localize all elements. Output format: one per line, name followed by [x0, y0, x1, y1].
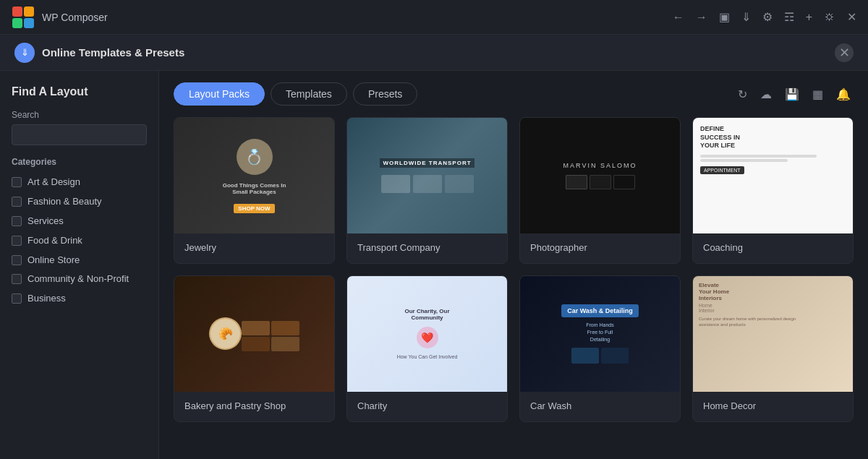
tab-templates[interactable]: Templates [271, 82, 347, 106]
tab-bar: Layout Packs Templates Presets ↻ ☁ 💾 ▦ 🔔 [174, 82, 854, 106]
undo-icon[interactable]: ← [673, 11, 684, 24]
grid-view-icon[interactable]: ▦ [809, 85, 826, 104]
category-food-drink-checkbox[interactable] [12, 236, 22, 246]
svg-rect-3 [24, 18, 34, 28]
category-services[interactable]: Services [12, 212, 147, 231]
template-card-bakery[interactable]: 🥐 Bakery and Pastry Shop [174, 275, 335, 422]
template-card-bakery-label: Bakery and Pastry Shop [174, 392, 334, 421]
category-art-design[interactable]: Art & Design [12, 173, 147, 192]
app-name: WP Composer [42, 12, 108, 23]
template-card-homedecor-label: Home Decor [693, 392, 853, 421]
toolbar-icons: ↻ ☁ 💾 ▦ 🔔 [735, 85, 854, 104]
category-business[interactable]: Business [12, 289, 147, 309]
save-icon[interactable]: 💾 [782, 85, 802, 104]
template-card-photographer[interactable]: MARVIN SALOMO Photographer [519, 117, 681, 264]
modal-title: Online Templates & Presets [42, 46, 184, 59]
layers-icon[interactable]: ☶ [784, 10, 794, 24]
download-icon[interactable]: ⇓ [741, 10, 751, 24]
svg-rect-1 [24, 7, 34, 17]
search-input[interactable] [12, 124, 147, 145]
template-card-jewelry-image: 💍 Good Things Comes InSmall Packages SHO… [174, 118, 334, 233]
category-community-nonprofit[interactable]: Community & Non-Profit [12, 270, 147, 289]
content-area: Layout Packs Templates Presets ↻ ☁ 💾 ▦ 🔔… [159, 71, 868, 459]
find-layout-title: Find A Layout [12, 85, 147, 98]
category-services-checkbox[interactable] [12, 216, 22, 226]
category-community-nonprofit-checkbox[interactable] [12, 274, 22, 284]
notifications-icon[interactable]: 🔔 [833, 85, 854, 104]
category-business-label: Business [27, 293, 66, 305]
category-art-design-label: Art & Design [27, 176, 80, 189]
categories-label: Categories [12, 157, 147, 167]
redo-icon[interactable]: → [696, 11, 707, 24]
template-card-photographer-image: MARVIN SALOMO [520, 118, 680, 233]
template-grid-row1: 💍 Good Things Comes InSmall Packages SHO… [174, 117, 854, 264]
template-card-coaching-image: DEFINESUCCESS INYOUR LIFE APPOINTMENT [693, 118, 853, 233]
category-food-drink-label: Food & Drink [27, 235, 82, 247]
titlebar: WP Composer ← → ▣ ⇓ ⚙ ☶ + ⛭ ✕ [0, 0, 868, 35]
app-logo [12, 6, 35, 29]
category-online-store-checkbox[interactable] [12, 255, 22, 265]
tab-presets[interactable]: Presets [353, 82, 417, 106]
category-art-design-checkbox[interactable] [12, 177, 22, 187]
category-fashion-beauty-checkbox[interactable] [12, 197, 22, 207]
template-card-photographer-label: Photographer [520, 233, 680, 263]
gear-icon[interactable]: ⛭ [824, 11, 835, 24]
modal-header-left: ⇓ Online Templates & Presets [14, 43, 184, 63]
template-card-coaching[interactable]: DEFINESUCCESS INYOUR LIFE APPOINTMENT Co… [692, 117, 854, 264]
category-food-drink[interactable]: Food & Drink [12, 231, 147, 251]
svg-rect-0 [12, 7, 22, 17]
template-grid-row2: 🥐 Bakery and Pastry Shop [174, 275, 854, 422]
category-fashion-beauty-label: Fashion & Beauty [27, 196, 102, 208]
titlebar-icons: ← → ▣ ⇓ ⚙ ☶ + ⛭ ✕ [673, 10, 856, 24]
category-online-store[interactable]: Online Store [12, 251, 147, 270]
template-card-homedecor-image: ElevateYour HomeInteriors HomeInterior C… [693, 276, 853, 392]
template-card-carwash-label: Car Wash [520, 392, 680, 421]
category-online-store-label: Online Store [27, 254, 80, 267]
titlebar-left: WP Composer [12, 6, 108, 29]
settings-circle-icon[interactable]: ⚙ [762, 10, 773, 24]
template-card-bakery-image: 🥐 [174, 276, 334, 392]
cloud-icon[interactable]: ☁ [757, 85, 775, 104]
template-card-carwash[interactable]: Car Wash & Detailing From HandsFree to F… [519, 275, 681, 422]
main-layout: Find A Layout Search Categories Art & De… [0, 71, 868, 459]
template-card-jewelry[interactable]: 💍 Good Things Comes InSmall Packages SHO… [174, 117, 335, 264]
template-card-homedecor[interactable]: ElevateYour HomeInteriors HomeInterior C… [692, 275, 854, 422]
template-card-transport-label: Transport Company [347, 233, 507, 263]
category-services-label: Services [27, 215, 64, 228]
modal-header: ⇓ Online Templates & Presets ✕ [0, 35, 868, 71]
tab-layout-packs[interactable]: Layout Packs [174, 82, 265, 106]
modal-close-button[interactable]: ✕ [835, 43, 854, 62]
template-card-jewelry-label: Jewelry [174, 233, 334, 263]
category-fashion-beauty[interactable]: Fashion & Beauty [12, 192, 147, 212]
refresh-icon[interactable]: ↻ [735, 85, 750, 104]
template-card-charity-image: Our Charity, OurCommunity ❤️ How You Can… [347, 276, 507, 392]
desktop-icon[interactable]: ▣ [719, 10, 730, 24]
svg-rect-2 [12, 18, 22, 28]
sidebar: Find A Layout Search Categories Art & De… [0, 71, 159, 459]
window-close-icon[interactable]: ✕ [847, 10, 856, 24]
category-business-checkbox[interactable] [12, 293, 22, 304]
template-card-coaching-label: Coaching [693, 233, 853, 263]
category-community-nonprofit-label: Community & Non-Profit [27, 273, 129, 286]
search-label: Search [12, 110, 147, 120]
modal-header-icon: ⇓ [14, 43, 35, 63]
template-card-carwash-image: Car Wash & Detailing From HandsFree to F… [520, 276, 680, 392]
template-card-charity[interactable]: Our Charity, OurCommunity ❤️ How You Can… [346, 275, 508, 422]
template-card-transport-image: WORLDWIDE TRANSPORT [347, 118, 507, 233]
template-card-charity-label: Charity [347, 392, 507, 421]
tabs: Layout Packs Templates Presets [174, 82, 417, 106]
add-icon[interactable]: + [806, 11, 812, 24]
template-card-transport[interactable]: WORLDWIDE TRANSPORT Transport Company [346, 117, 508, 264]
